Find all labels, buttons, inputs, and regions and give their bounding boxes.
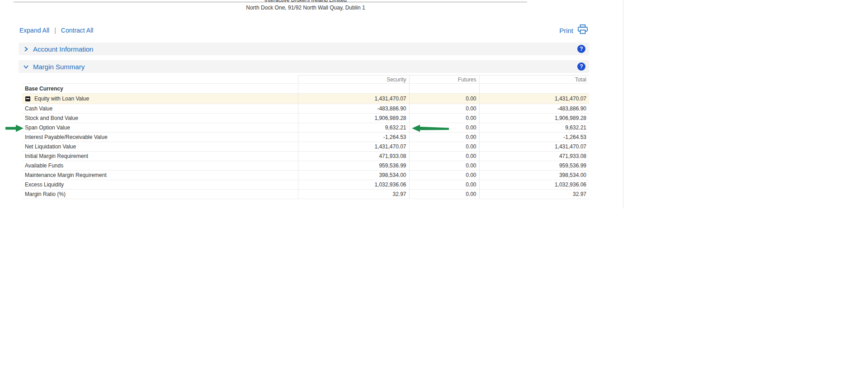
- security-value: 398,534.00: [298, 171, 409, 180]
- annotation-arrow-pointing-left: [412, 124, 449, 133]
- chevron-right-icon: [23, 46, 29, 52]
- page: Interactive Brokers Ireland Limited Nort…: [0, 0, 868, 372]
- label-column-header: [22, 76, 298, 84]
- table-row: Margin Ratio (%) 32.97 0.00 32.97: [22, 190, 589, 199]
- row-label: Stock and Bond Value: [22, 114, 298, 123]
- security-value: 1,431,470.07: [298, 142, 409, 152]
- row-label: Excess Liquidity: [22, 180, 298, 190]
- row-label: Span Option Value: [22, 123, 298, 133]
- table-row: Net Liquidation Value 1,431,470.07 0.00 …: [22, 142, 589, 152]
- table-row: Initial Margin Requirement 471,933.08 0.…: [22, 152, 589, 161]
- table-row-base-currency: Base Currency: [22, 84, 589, 94]
- page-edge-divider: [623, 0, 623, 209]
- security-value: -1,264.53: [298, 133, 409, 142]
- annotation-arrow-pointing-right: [5, 124, 24, 133]
- collapse-icon[interactable]: [25, 96, 30, 101]
- table-row-span-option-value: Span Option Value 9,632.21 0.00 9,632.21: [22, 123, 589, 133]
- link-separator: |: [54, 27, 56, 34]
- print-button[interactable]: Print: [559, 24, 588, 36]
- row-label: Interest Payable/Receivable Value: [22, 133, 298, 142]
- futures-value: 0.00: [409, 133, 479, 142]
- table-row: Stock and Bond Value 1,906,989.28 0.00 1…: [22, 114, 589, 123]
- total-value: 398,534.00: [479, 171, 589, 180]
- chevron-down-icon: [23, 64, 29, 70]
- total-value: 471,933.08: [479, 152, 589, 161]
- futures-value: 0.00: [409, 114, 479, 123]
- total-value: -1,264.53: [479, 133, 589, 142]
- contract-all-link[interactable]: Contract All: [61, 27, 94, 34]
- help-icon[interactable]: ?: [577, 62, 585, 71]
- total-value: 9,632.21: [479, 123, 589, 133]
- total-column-header: Total: [479, 76, 589, 84]
- table-header-row: Security Futures Total: [22, 76, 589, 84]
- futures-value: 0.00: [409, 104, 479, 114]
- total-value: 1,906,989.28: [479, 114, 589, 123]
- company-address: North Dock One, 91/92 North Wall Quay, D…: [0, 5, 611, 11]
- futures-value: 0.00: [409, 180, 479, 190]
- section-margin-summary[interactable]: Margin Summary ?: [19, 60, 589, 73]
- toolbar: Expand All | Contract All Print: [19, 25, 589, 36]
- futures-value: 0.00: [409, 171, 479, 180]
- row-label: Margin Ratio (%): [22, 190, 298, 199]
- total-value: 959,536.99: [479, 161, 589, 171]
- security-value: 959,536.99: [298, 161, 409, 171]
- row-label: Initial Margin Requirement: [22, 152, 298, 161]
- total-value: -483,886.90: [479, 104, 589, 114]
- security-value: 32.97: [298, 190, 409, 199]
- table-row: Cash Value -483,886.90 0.00 -483,886.90: [22, 104, 589, 114]
- help-icon[interactable]: ?: [577, 45, 585, 53]
- futures-value: 0.00: [409, 190, 479, 199]
- expand-contract-links: Expand All | Contract All: [19, 27, 93, 34]
- security-value: 1,906,989.28: [298, 114, 409, 123]
- security-value: 471,933.08: [298, 152, 409, 161]
- security-value: -483,886.90: [298, 104, 409, 114]
- security-column-header: Security: [298, 76, 409, 84]
- row-label: Available Funds: [22, 161, 298, 171]
- futures-value: 0.00: [409, 142, 479, 152]
- section-title: Account Information: [33, 45, 93, 53]
- expand-all-link[interactable]: Expand All: [19, 27, 49, 34]
- futures-value: 0.00: [409, 94, 479, 104]
- total-value: 1,032,936.06: [479, 180, 589, 190]
- printer-icon: [577, 24, 588, 36]
- table-row: Equity with Loan Value 1,431,470.07 0.00…: [22, 94, 589, 104]
- table-row: Available Funds 959,536.99 0.00 959,536.…: [22, 161, 589, 171]
- row-label: Net Liquidation Value: [22, 142, 298, 152]
- total-value: 1,431,470.07: [479, 94, 589, 104]
- company-name: Interactive Brokers Ireland Limited: [0, 0, 611, 3]
- section-account-information[interactable]: Account Information ?: [19, 43, 589, 55]
- section-title: Margin Summary: [33, 63, 85, 71]
- table-row: Excess Liquidity 1,032,936.06 0.00 1,032…: [22, 180, 589, 190]
- table-row: Maintenance Margin Requirement 398,534.0…: [22, 171, 589, 180]
- margin-summary-table: Security Futures Total Base Currency Equ…: [22, 75, 589, 199]
- security-value: 9,632.21: [298, 123, 409, 133]
- group-label: Base Currency: [22, 84, 298, 94]
- futures-value: 0.00: [409, 152, 479, 161]
- row-label: Cash Value: [22, 104, 298, 114]
- row-label: Equity with Loan Value: [34, 95, 89, 102]
- security-value: 1,431,470.07: [298, 94, 409, 104]
- futures-column-header: Futures: [409, 76, 479, 84]
- futures-value: 0.00: [409, 161, 479, 171]
- row-label: Maintenance Margin Requirement: [22, 171, 298, 180]
- security-value: 1,032,936.06: [298, 180, 409, 190]
- total-value: 1,431,470.07: [479, 142, 589, 152]
- print-label: Print: [559, 27, 573, 34]
- table-row: Interest Payable/Receivable Value -1,264…: [22, 133, 589, 142]
- content-area: Expand All | Contract All Print Acco: [19, 25, 589, 199]
- total-value: 32.97: [479, 190, 589, 199]
